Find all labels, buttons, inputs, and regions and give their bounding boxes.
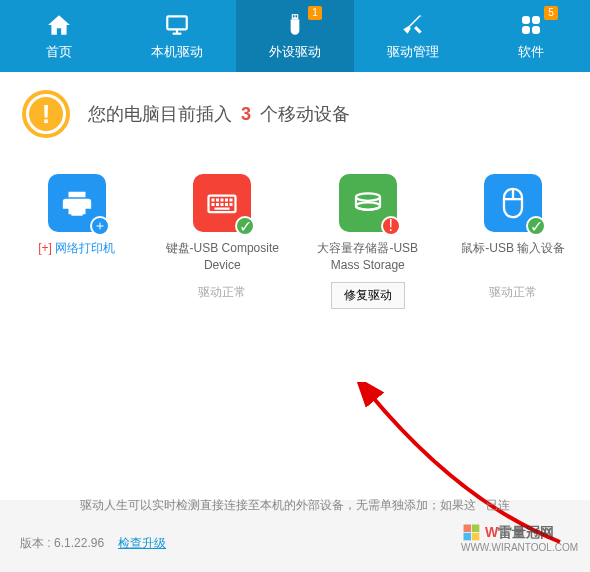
nav-software[interactable]: 5 软件 bbox=[472, 0, 590, 72]
svg-rect-18 bbox=[221, 203, 224, 206]
svg-rect-19 bbox=[225, 203, 228, 206]
home-icon bbox=[45, 11, 73, 39]
svg-rect-16 bbox=[212, 203, 215, 206]
bottom-bar: 版本 : 6.1.22.96 检查升级 bbox=[20, 535, 166, 552]
usb-icon bbox=[281, 11, 309, 39]
svg-rect-9 bbox=[532, 26, 540, 34]
version-text: 版本 : 6.1.22.96 bbox=[20, 535, 104, 552]
device-name: 键盘-USB Composite Device bbox=[158, 240, 288, 274]
device-list: [+] 网络打印机 ✓ 键盘-USB Composite Device 驱动正常… bbox=[0, 156, 590, 309]
apps-icon bbox=[517, 11, 545, 39]
error-icon: ! bbox=[381, 216, 401, 236]
check-icon: ✓ bbox=[526, 216, 546, 236]
svg-rect-6 bbox=[522, 16, 530, 24]
nav-label: 软件 bbox=[518, 43, 544, 61]
check-update-link[interactable]: 检查升级 bbox=[118, 535, 166, 552]
footer-tip: 驱动人生可以实时检测直接连接至本机的外部设备，无需单独添加；如果这已连 bbox=[0, 497, 590, 514]
badge-count: 5 bbox=[544, 6, 558, 20]
svg-rect-7 bbox=[532, 16, 540, 24]
nav-localdriver[interactable]: 本机驱动 bbox=[118, 0, 236, 72]
nav-label: 外设驱动 bbox=[269, 43, 321, 61]
svg-rect-5 bbox=[296, 15, 298, 17]
device-status: 驱动正常 bbox=[198, 284, 246, 301]
device-status: 驱动正常 bbox=[489, 284, 537, 301]
device-add-printer[interactable]: [+] 网络打印机 bbox=[12, 174, 142, 309]
svg-rect-11 bbox=[212, 199, 215, 202]
device-name: 大容量存储器-USB Mass Storage bbox=[303, 240, 433, 274]
svg-rect-13 bbox=[221, 199, 224, 202]
nav-label: 首页 bbox=[46, 43, 72, 61]
device-storage[interactable]: ! 大容量存储器-USB Mass Storage 修复驱动 bbox=[303, 174, 433, 309]
repair-button[interactable]: 修复驱动 bbox=[331, 282, 405, 309]
nav-label: 驱动管理 bbox=[387, 43, 439, 61]
storage-icon: ! bbox=[339, 174, 397, 232]
device-name: 鼠标-USB 输入设备 bbox=[461, 240, 565, 274]
alert-suffix: 个移动设备 bbox=[255, 104, 350, 124]
check-icon: ✓ bbox=[235, 216, 255, 236]
svg-rect-21 bbox=[215, 208, 230, 210]
svg-rect-17 bbox=[216, 203, 219, 206]
badge-count: 1 bbox=[308, 6, 322, 20]
warning-icon: ! bbox=[22, 90, 70, 138]
svg-rect-14 bbox=[225, 199, 228, 202]
top-navbar: 首页 本机驱动 1 外设驱动 驱动管理 5 软件 bbox=[0, 0, 590, 72]
svg-rect-8 bbox=[522, 26, 530, 34]
svg-rect-3 bbox=[292, 14, 299, 19]
svg-point-23 bbox=[356, 202, 380, 210]
alert-banner: ! 您的电脑目前插入 3 个移动设备 bbox=[0, 72, 590, 156]
svg-rect-4 bbox=[293, 15, 295, 17]
alert-text: 您的电脑目前插入 3 个移动设备 bbox=[88, 102, 350, 126]
tools-icon bbox=[399, 11, 427, 39]
content-area: ! 您的电脑目前插入 3 个移动设备 [+] 网络打印机 ✓ 键盘-USB Co… bbox=[0, 72, 590, 500]
device-keyboard[interactable]: ✓ 键盘-USB Composite Device 驱动正常 bbox=[158, 174, 288, 309]
mouse-icon: ✓ bbox=[484, 174, 542, 232]
svg-point-22 bbox=[356, 193, 380, 201]
nav-peripheral[interactable]: 1 外设驱动 bbox=[236, 0, 354, 72]
plus-icon bbox=[90, 216, 110, 236]
nav-home[interactable]: 首页 bbox=[0, 0, 118, 72]
monitor-icon bbox=[163, 11, 191, 39]
alert-prefix: 您的电脑目前插入 bbox=[88, 104, 237, 124]
device-mouse[interactable]: ✓ 鼠标-USB 输入设备 驱动正常 bbox=[449, 174, 579, 309]
svg-rect-15 bbox=[230, 199, 233, 202]
keyboard-icon: ✓ bbox=[193, 174, 251, 232]
printer-icon bbox=[48, 174, 106, 232]
svg-rect-0 bbox=[167, 16, 187, 29]
device-name: [+] 网络打印机 bbox=[38, 240, 115, 274]
svg-rect-20 bbox=[230, 203, 233, 206]
nav-management[interactable]: 驱动管理 bbox=[354, 0, 472, 72]
alert-count: 3 bbox=[241, 104, 251, 124]
watermark: W雷量冠网 WWW.WIRANTOOL.COM bbox=[461, 522, 578, 554]
svg-rect-12 bbox=[216, 199, 219, 202]
nav-label: 本机驱动 bbox=[151, 43, 203, 61]
